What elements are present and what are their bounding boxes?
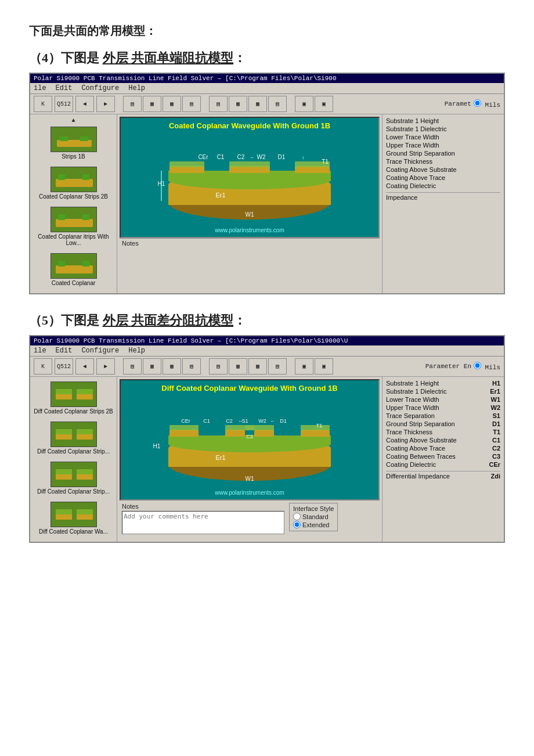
s5-mils-radio[interactable]: Mils [474, 362, 500, 371]
tb5[interactable]: ▤ [209, 96, 228, 112]
s5-sidebar-item-1[interactable]: Diff Coated Coplanar Strip... [31, 419, 116, 457]
section4-diagram-title: Coated Coplanar Waveguide With Ground 1B [124, 121, 375, 130]
thumb-svg-1 [51, 167, 97, 192]
section4-toolbar: K Q512 ◄ ► ▤ ▦ ▦ ▤ ▤ ▦ ▦ ▤ ▣ ▣ Paramet M… [30, 94, 504, 114]
s4-param-label-8: Coating Dielectric [386, 182, 436, 189]
sidebar-item-1[interactable]: Coated Coplanar Strips 2B [31, 164, 116, 202]
s5-tb6[interactable]: ▦ [229, 358, 247, 375]
svg-rect-67 [254, 430, 274, 437]
sidebar-item-0[interactable]: Strips 1B [31, 124, 116, 162]
section5-params: Substrate 1 HeightH1Substrate 1 Dielectr… [386, 379, 500, 469]
s5-tb4[interactable]: ▤ [182, 358, 201, 375]
section5-diagram-box: Diff Coated Coplanar Waveguide With Grou… [120, 379, 380, 501]
s5-toolbar-group3: ▣ ▣ [295, 358, 333, 375]
tb2[interactable]: ▦ [143, 96, 161, 112]
s5-thumb-0 [50, 381, 97, 407]
svg-rect-69 [225, 425, 245, 430]
sidebar-scroll-up[interactable]: ▲ [31, 117, 116, 124]
s4-param-label-6: Coating Above Substrate [386, 166, 457, 173]
sidebar-item-3[interactable]: Coated Coplanar [31, 251, 116, 289]
svg-rect-53 [77, 469, 93, 474]
svg-rect-15 [82, 261, 89, 267]
s4-param-row-2: Lower Trace Width [386, 133, 500, 141]
s5-menu-configure[interactable]: Configure [81, 347, 119, 355]
s5-menu-help[interactable]: Help [128, 347, 145, 355]
tb3[interactable]: ▦ [163, 96, 181, 112]
s5-toolbar-q512[interactable]: Q512 [55, 358, 73, 375]
s5-param-row-1: Substrate 1 DielectricEr1 [386, 387, 500, 395]
s5-tb7[interactable]: ▦ [248, 358, 267, 375]
svg-rect-57 [56, 509, 72, 514]
s5-tb5[interactable]: ▤ [209, 358, 228, 375]
tb7[interactable]: ▦ [248, 96, 267, 112]
toolbar-k-btn[interactable]: K [34, 96, 52, 112]
tb9[interactable]: ▣ [295, 96, 313, 112]
s5-tb9[interactable]: ▣ [295, 358, 313, 375]
mils-radio[interactable]: Mils [474, 99, 500, 109]
s5-param-value-8: C2 [492, 445, 500, 452]
toolbar-q512-btn[interactable]: Q512 [55, 96, 73, 112]
tb1[interactable]: ▤ [123, 96, 142, 112]
toolbar-arrow-right[interactable]: ► [96, 96, 115, 112]
svg-text:↔: ↔ [238, 419, 243, 424]
menu-file[interactable]: ile [34, 84, 46, 92]
svg-rect-71 [301, 425, 330, 430]
menu-help[interactable]: Help [128, 84, 145, 92]
s5-thumb-2 [50, 462, 97, 487]
s5-tb8[interactable]: ▤ [268, 358, 287, 375]
s5-menu-file[interactable]: ile [34, 347, 46, 355]
s5-sidebar-label-2: Diff Coated Coplanar Strip... [37, 488, 110, 495]
s5-param-value-10: CEr [489, 461, 500, 468]
s5-tb2[interactable]: ▦ [143, 358, 161, 375]
svg-rect-11 [82, 214, 89, 220]
intro-text: 下面是共面的常用模型： [29, 23, 505, 39]
s5-tb10[interactable]: ▣ [315, 358, 333, 375]
toolbar-arrow-left[interactable]: ◄ [75, 96, 94, 112]
s5-sidebar-item-3[interactable]: Diff Coated Coplanar Wa... [31, 499, 116, 537]
tb8[interactable]: ▤ [268, 96, 287, 112]
tb4[interactable]: ▤ [182, 96, 201, 112]
s5-tb1[interactable]: ▤ [123, 358, 142, 375]
section5-app-window: Polar Si9000 PCB Transmission Line Field… [29, 335, 505, 543]
svg-text:W2: W2 [258, 418, 266, 424]
tb10[interactable]: ▣ [315, 96, 333, 112]
interface-extended-radio[interactable]: Extended [293, 521, 334, 528]
svg-text:T1: T1 [316, 423, 323, 429]
s5-tb3[interactable]: ▦ [163, 358, 181, 375]
s4-param-label-5: Trace Thickness [386, 158, 432, 165]
tb6[interactable]: ▦ [229, 96, 247, 112]
sidebar-item-2[interactable]: Coated Coplanar itrips With Low... [31, 204, 116, 249]
param-radio-group: Paramet Mils [445, 99, 500, 109]
svg-rect-66 [225, 430, 245, 437]
s5-arrow-left[interactable]: ◄ [75, 358, 94, 375]
s5-param-row-8: Coating Above TraceC2 [386, 444, 500, 452]
s5-arrow-right[interactable]: ► [96, 358, 115, 375]
section5-sidebar: Diff Coated Coplanar Strips 2B Diff Coat… [30, 377, 117, 542]
s5-sidebar-label-3: Diff Coated Coplanar Wa... [39, 528, 108, 535]
s4-param-row-7: Coating Above Trace [386, 174, 500, 182]
s4-param-label-4: Ground Strip Separation [386, 150, 455, 157]
s5-sidebar-item-0[interactable]: Diff Coated Coplanar Strips 2B [31, 379, 116, 417]
section5-notes-input[interactable] [122, 511, 284, 534]
s4-param-label-1: Substrate 1 Dielectric [386, 125, 447, 132]
s5-toolbar-k[interactable]: K [34, 358, 52, 375]
svg-rect-10 [58, 214, 65, 220]
interface-extended-label: Extended [302, 521, 329, 528]
menu-configure[interactable]: Configure [81, 84, 119, 92]
menu-edit[interactable]: Edit [56, 84, 73, 92]
sidebar-label-2: Coated Coplanar itrips With Low... [33, 233, 114, 246]
svg-rect-58 [77, 509, 93, 514]
section5-diff-impedance-label: Differential Impedance [386, 473, 450, 480]
interface-standard-radio[interactable]: Standard [293, 513, 334, 520]
thumb-svg-0 [51, 127, 97, 152]
section5-title-bar: Polar Si9000 PCB Transmission Line Field… [30, 336, 504, 345]
s5-sidebar-item-2[interactable]: Diff Coated Coplanar Strip... [31, 459, 116, 497]
s5-menu-edit[interactable]: Edit [56, 347, 73, 355]
s5-param-row-5: Ground Strip SeparationD1 [386, 420, 500, 428]
s5-param-label-4: Trace Separation [386, 412, 435, 419]
svg-rect-41 [77, 394, 93, 399]
s5-param-row-2: Lower Trace WidthW1 [386, 395, 500, 404]
section4-diagram-box: Coated Coplanar Waveguide With Ground 1B [120, 117, 380, 238]
param-label: Paramet [445, 100, 471, 107]
section5-menu-bar: ile Edit Configure Help [30, 345, 504, 357]
